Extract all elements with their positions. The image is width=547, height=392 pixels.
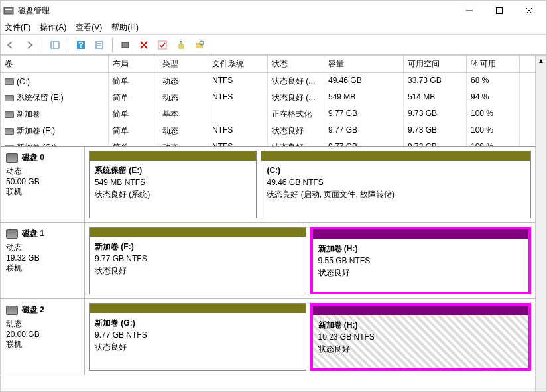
partition-highlighted[interactable]: 新加卷 (H:) 9.55 GB NTFS 状态良好 bbox=[310, 227, 532, 294]
svg-rect-0 bbox=[4, 7, 13, 14]
disk-label[interactable]: 磁盘 1 动态 19.32 GB 联机 bbox=[1, 223, 85, 298]
check-button[interactable] bbox=[155, 38, 170, 52]
title-bar: 磁盘管理 bbox=[1, 1, 546, 21]
disk-row-1: 磁盘 1 动态 19.32 GB 联机 新加卷 (F:) 9.77 GB NTF… bbox=[1, 223, 535, 299]
col-volume[interactable]: 卷 bbox=[1, 56, 109, 72]
help-button[interactable]: ? bbox=[74, 38, 88, 52]
volume-list-body[interactable]: (C:) 简单 动态 NTFS 状态良好 (... 49.46 GB 33.73… bbox=[1, 73, 535, 146]
action2-button[interactable] bbox=[192, 38, 207, 52]
volume-row[interactable]: 系统保留 (E:) 简单 动态 NTFS 状态良好 (... 549 MB 51… bbox=[1, 90, 535, 106]
partition[interactable]: 新加卷 (F:) 9.77 GB NTFS 状态良好 bbox=[89, 227, 306, 294]
partition[interactable]: (C:) 49.46 GB NTFS 状态良好 (启动, 页面文件, 故障转储) bbox=[261, 151, 531, 218]
partition[interactable]: 新加卷 (G:) 9.77 GB NTFS 状态良好 bbox=[89, 303, 306, 371]
disk-label[interactable]: 磁盘 0 动态 50.00 GB 联机 bbox=[1, 147, 85, 222]
disk-icon bbox=[6, 153, 18, 163]
action1-button[interactable] bbox=[174, 38, 188, 52]
svg-rect-13 bbox=[122, 42, 129, 48]
volume-list: 卷 布局 类型 文件系统 状态 容量 可用空间 % 可用 (C:) 简单 动态 … bbox=[1, 55, 546, 146]
disk-row-2: 磁盘 2 动态 20.00 GB 联机 新加卷 (G:) 9.77 GB NTF… bbox=[1, 299, 535, 375]
svg-text:?: ? bbox=[78, 40, 83, 50]
disk-graphical-view: 磁盘 0 动态 50.00 GB 联机 系统保留 (E:) 549 MB NTF… bbox=[1, 146, 535, 391]
col-fs[interactable]: 文件系统 bbox=[208, 56, 268, 72]
scrollbar[interactable]: ▴ bbox=[535, 56, 546, 146]
forward-button[interactable] bbox=[22, 38, 36, 52]
partition-color-bar bbox=[261, 151, 530, 161]
disk-label[interactable]: 磁盘 2 动态 20.00 GB 联机 bbox=[1, 299, 85, 375]
partition-color-bar bbox=[90, 304, 306, 313]
col-status[interactable]: 状态 bbox=[268, 56, 324, 72]
svg-rect-10 bbox=[96, 42, 103, 48]
volume-icon bbox=[5, 128, 14, 135]
maximize-button[interactable] bbox=[484, 1, 514, 21]
partition-color-bar bbox=[90, 151, 256, 161]
app-icon bbox=[3, 5, 14, 16]
partition-highlighted[interactable]: 新加卷 (H:) 10.23 GB NTFS 状态良好 bbox=[310, 303, 532, 371]
menu-file[interactable]: 文件(F) bbox=[5, 22, 30, 33]
volume-row[interactable]: 新加卷 (F:) 简单 动态 NTFS 状态良好 9.77 GB 9.73 GB… bbox=[1, 123, 535, 139]
col-free[interactable]: 可用空间 bbox=[404, 56, 467, 72]
volume-row[interactable]: (C:) 简单 动态 NTFS 状态良好 (... 49.46 GB 33.73… bbox=[1, 73, 535, 90]
partition-color-bar bbox=[313, 306, 529, 315]
volume-row[interactable]: 新加卷 简单 基本 正在格式化 9.77 GB 9.73 GB 100 % bbox=[1, 106, 535, 123]
svg-rect-17 bbox=[178, 44, 184, 49]
partition[interactable]: 系统保留 (E:) 549 MB NTFS 状态良好 (系统) bbox=[89, 151, 257, 218]
col-pct[interactable]: % 可用 bbox=[467, 56, 520, 72]
menu-bar: 文件(F) 操作(A) 查看(V) 帮助(H) bbox=[1, 21, 546, 35]
disk-icon bbox=[6, 229, 18, 239]
col-capacity[interactable]: 容量 bbox=[324, 56, 404, 72]
refresh-button[interactable] bbox=[118, 38, 133, 52]
svg-rect-3 bbox=[496, 8, 502, 14]
close-button[interactable] bbox=[514, 1, 544, 21]
disk-row-0: 磁盘 0 动态 50.00 GB 联机 系统保留 (E:) 549 MB NTF… bbox=[1, 147, 535, 223]
menu-action[interactable]: 操作(A) bbox=[40, 22, 66, 33]
svg-rect-16 bbox=[158, 41, 166, 49]
volume-list-header: 卷 布局 类型 文件系统 状态 容量 可用空间 % 可用 bbox=[1, 56, 535, 73]
toolbar: ? bbox=[1, 35, 546, 55]
properties-button[interactable] bbox=[92, 38, 107, 52]
partition-color-bar bbox=[313, 229, 529, 239]
scrollbar[interactable] bbox=[535, 146, 546, 391]
volume-row[interactable]: 新加卷 (G:) 简单 动态 NTFS 状态良好 9.77 GB 9.73 GB… bbox=[1, 139, 535, 146]
volume-icon bbox=[5, 78, 14, 85]
menu-view[interactable]: 查看(V) bbox=[76, 22, 102, 33]
partition-color-bar bbox=[90, 228, 306, 237]
show-hide-button[interactable] bbox=[48, 38, 62, 52]
disk-icon bbox=[6, 306, 18, 315]
col-layout[interactable]: 布局 bbox=[109, 56, 158, 72]
volume-icon bbox=[5, 95, 14, 101]
window-title: 磁盘管理 bbox=[18, 5, 454, 17]
minimize-button[interactable] bbox=[454, 1, 484, 21]
back-button[interactable] bbox=[3, 38, 18, 52]
svg-rect-1 bbox=[5, 9, 12, 10]
volume-icon bbox=[5, 111, 14, 118]
col-type[interactable]: 类型 bbox=[158, 56, 208, 72]
svg-rect-6 bbox=[51, 42, 59, 48]
menu-help[interactable]: 帮助(H) bbox=[111, 22, 139, 33]
delete-button[interactable] bbox=[137, 38, 151, 52]
